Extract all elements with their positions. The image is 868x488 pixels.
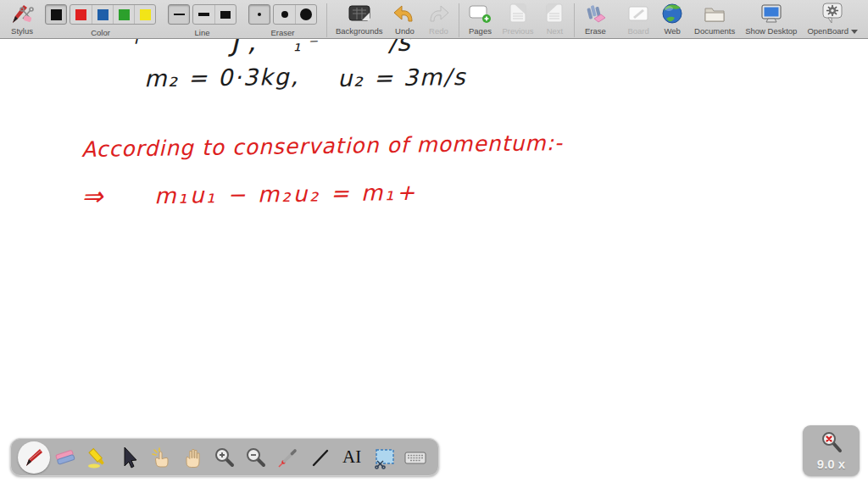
- eraser-icon: [53, 446, 77, 469]
- board-button: Board: [626, 2, 650, 36]
- highlighter-tool-button[interactable]: [83, 443, 112, 472]
- ink-fragment: J ,: [231, 39, 256, 58]
- color-group: Color: [45, 2, 156, 37]
- medium-dot-icon: [281, 11, 288, 18]
- top-toolbar: Stylus Color: [0, 0, 868, 39]
- next-label: Next: [547, 26, 564, 36]
- swatch-green: [119, 9, 130, 20]
- openboard-menu-button[interactable]: OpenBoard: [807, 2, 858, 36]
- undo-label: Undo: [395, 26, 415, 36]
- line-label: Line: [195, 28, 210, 37]
- pages-label: Pages: [469, 26, 492, 36]
- stylus-icon: [10, 2, 34, 25]
- interact-tool-button[interactable]: [147, 443, 175, 472]
- ink-line-m2: m₂ = 0·3kg,: [144, 64, 300, 92]
- web-button[interactable]: Web: [660, 2, 684, 36]
- line-medium-button[interactable]: [193, 5, 214, 24]
- openboard-window: Stylus Color: [0, 0, 868, 488]
- redo-icon: [426, 2, 450, 25]
- stylus-palette: AI: [10, 438, 439, 476]
- thin-line-icon: [174, 14, 185, 15]
- hand-pan-icon: [181, 446, 204, 469]
- backgrounds-button[interactable]: Backgrounds: [336, 2, 382, 36]
- chevron-down-icon: [851, 30, 858, 34]
- next-page-icon: [543, 2, 565, 25]
- color-swatch-green[interactable]: [113, 5, 134, 24]
- toolbar-separator: [459, 3, 459, 37]
- stylus-label: Stylus: [11, 26, 33, 36]
- zoom-level-value: 9.0 x: [817, 457, 845, 471]
- cursor-arrow-icon: [117, 446, 141, 469]
- previous-label: Previous: [502, 26, 533, 36]
- hand-tool-button[interactable]: [178, 443, 207, 472]
- zoom-in-icon: [213, 446, 236, 469]
- eraser-small-button[interactable]: [248, 4, 270, 25]
- backgrounds-icon: [348, 2, 371, 25]
- color-swatch-blue[interactable]: [92, 5, 113, 24]
- selector-tool-button[interactable]: [114, 443, 143, 472]
- eraser-tool-button[interactable]: [51, 443, 80, 472]
- text-tool-icon: AI: [342, 446, 361, 468]
- next-button: Next: [543, 2, 565, 36]
- laser-pointer-icon: [276, 446, 300, 469]
- board-icon: [626, 2, 650, 25]
- virtual-keyboard-tool-button[interactable]: [401, 443, 430, 472]
- color-swatch-yellow[interactable]: [134, 5, 155, 24]
- show-desktop-monitor-icon: [760, 2, 783, 25]
- zoom-out-icon: [244, 446, 268, 469]
- pointing-finger-icon: [149, 446, 173, 469]
- ink-line-momentum-statement: According to conservation of momentum:-: [81, 130, 563, 162]
- swatch-red: [75, 9, 86, 20]
- eraser-large-button[interactable]: [295, 5, 316, 24]
- erase-icon: [583, 2, 607, 25]
- undo-icon: [392, 2, 416, 25]
- documents-folder-icon: [703, 2, 726, 25]
- board-label: Board: [627, 26, 648, 36]
- line-tool-button[interactable]: [306, 443, 335, 472]
- swatch-blue: [97, 9, 108, 20]
- pen-tool-button[interactable]: [19, 443, 48, 472]
- show-desktop-label: Show Desktop: [745, 26, 797, 36]
- zoom-out-tool-button[interactable]: [242, 443, 270, 472]
- capture-icon: [372, 446, 396, 469]
- eraser-medium-button[interactable]: [274, 5, 295, 24]
- redo-label: Redo: [429, 26, 448, 36]
- magnifier-cancel-icon: [819, 431, 844, 455]
- ink-fragment: /s: [388, 39, 410, 57]
- capture-tool-button[interactable]: [370, 443, 398, 472]
- eraser-group: Eraser: [248, 2, 317, 37]
- previous-page-icon: [507, 2, 529, 25]
- openboard-gear-icon: [821, 2, 844, 25]
- previous-button: Previous: [502, 2, 533, 36]
- whiteboard-canvas[interactable]: ' J , ₁ ⁻ /s m₂ = 0·3kg, u₂ = 3m/s Accor…: [0, 39, 868, 488]
- stylus-button[interactable]: Stylus: [10, 2, 34, 36]
- pages-button[interactable]: Pages: [468, 2, 492, 36]
- web-globe-icon: [660, 2, 684, 25]
- web-label: Web: [664, 26, 680, 36]
- color-swatch-black[interactable]: [45, 4, 67, 25]
- erase-button[interactable]: Erase: [583, 2, 607, 36]
- show-desktop-button[interactable]: Show Desktop: [745, 2, 797, 36]
- ink-line-u2: u₂ = 3m/s: [337, 64, 467, 92]
- openboard-label: OpenBoard: [807, 26, 858, 36]
- text-tool-button[interactable]: AI: [337, 443, 366, 472]
- pages-icon: [468, 2, 492, 25]
- swatch-yellow: [140, 9, 151, 20]
- laser-pointer-tool-button[interactable]: [274, 443, 303, 472]
- line-icon: [309, 446, 332, 469]
- ink-fragment: ': [131, 39, 136, 57]
- zoom-reset-widget[interactable]: 9.0 x: [803, 425, 860, 476]
- line-group: Line: [168, 2, 236, 37]
- medium-line-icon: [198, 13, 209, 16]
- documents-button[interactable]: Documents: [694, 2, 735, 36]
- redo-button: Redo: [426, 2, 450, 36]
- zoom-in-tool-button[interactable]: [210, 443, 239, 472]
- toolbar-separator: [326, 3, 327, 37]
- color-swatch-red[interactable]: [70, 5, 92, 24]
- line-thick-button[interactable]: [214, 5, 236, 24]
- highlighter-icon: [86, 446, 109, 469]
- undo-button[interactable]: Undo: [392, 2, 416, 36]
- line-thin-button[interactable]: [168, 4, 190, 25]
- color-label: Color: [91, 28, 110, 37]
- ink-fragment: ₁ ⁻: [293, 39, 317, 55]
